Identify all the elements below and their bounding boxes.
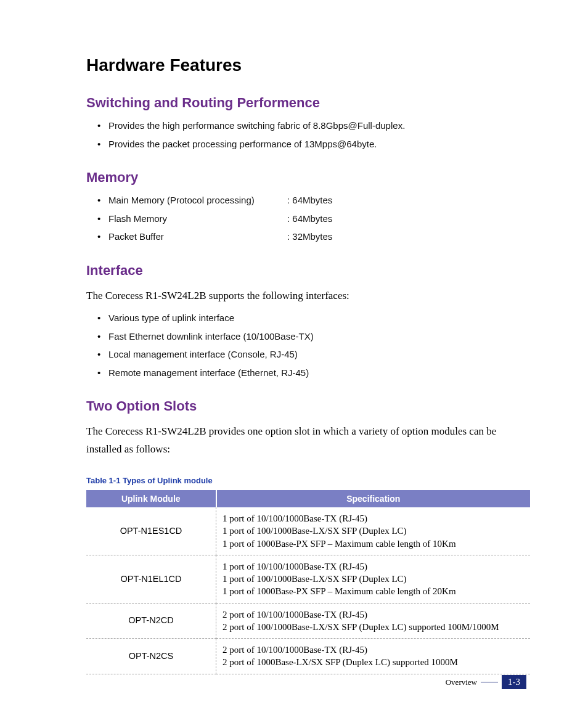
section-slots-heading: Two Option Slots <box>86 398 526 414</box>
mem-value: : 64Mbytes <box>287 213 332 225</box>
memory-list: Main Memory (Protocol processing): 64Mby… <box>97 194 526 243</box>
footer: Overview 1-3 <box>446 675 526 689</box>
mem-label: Main Memory (Protocol processing) <box>108 194 287 207</box>
list-item: Packet Buffer: 32Mbytes <box>97 231 526 243</box>
list-item: Flash Memory: 64Mbytes <box>97 213 526 225</box>
mem-label: Packet Buffer <box>108 231 287 243</box>
page: Hardware Features Switching and Routing … <box>0 0 588 720</box>
slots-intro: The Corecess R1-SW24L2B provides one opt… <box>86 423 526 459</box>
cell-spec: 2 port of 10/100/1000Base-TX (RJ-45)2 po… <box>216 603 531 639</box>
table-header-row: Uplink Module Specification <box>86 490 530 507</box>
uplink-table: Uplink Module Specification OPT-N1ES1CD … <box>86 490 530 674</box>
mem-label: Flash Memory <box>108 213 287 225</box>
list-item: Remote management interface (Ethernet, R… <box>97 367 526 379</box>
cell-spec: 1 port of 10/100/1000Base-TX (RJ-45)1 po… <box>216 507 531 555</box>
col-specification: Specification <box>216 490 531 507</box>
interface-intro: The Corecess R1-SW24L2B supports the fol… <box>86 287 526 305</box>
cell-module: OPT-N2CS <box>86 639 216 674</box>
interface-list: Various type of uplink interface Fast Et… <box>97 312 526 378</box>
list-item: Fast Ethernet downlink interface (10/100… <box>97 330 526 343</box>
cell-spec: 2 port of 10/100/1000Base-TX (RJ-45)2 po… <box>216 639 531 674</box>
col-uplink-module: Uplink Module <box>86 490 216 507</box>
mem-value: : 32Mbytes <box>287 231 332 243</box>
list-item: Provides the packet processing performan… <box>97 138 526 150</box>
cell-module: OPT-N2CD <box>86 603 216 639</box>
cell-module: OPT-N1EL1CD <box>86 555 216 603</box>
table-row: OPT-N1EL1CD 1 port of 10/100/1000Base-TX… <box>86 555 530 603</box>
footer-label: Overview <box>446 677 477 687</box>
cell-module: OPT-N1ES1CD <box>86 507 216 555</box>
table-row: OPT-N2CD 2 port of 10/100/1000Base-TX (R… <box>86 603 530 639</box>
switching-list: Provides the high performance switching … <box>97 120 526 150</box>
table-caption: Table 1-1 Types of Uplink module <box>86 476 526 485</box>
footer-page: 1-3 <box>502 675 526 689</box>
list-item: Main Memory (Protocol processing): 64Mby… <box>97 194 526 207</box>
page-title: Hardware Features <box>86 55 526 75</box>
section-memory-heading: Memory <box>86 170 526 186</box>
cell-spec: 1 port of 10/100/1000Base-TX (RJ-45)1 po… <box>216 555 531 603</box>
list-item: Provides the high performance switching … <box>97 120 526 132</box>
table-row: OPT-N2CS 2 port of 10/100/1000Base-TX (R… <box>86 639 530 674</box>
footer-line <box>481 682 498 682</box>
list-item: Local management interface (Console, RJ-… <box>97 348 526 361</box>
table-row: OPT-N1ES1CD 1 port of 10/100/1000Base-TX… <box>86 507 530 555</box>
list-item: Various type of uplink interface <box>97 312 526 324</box>
mem-value: : 64Mbytes <box>287 194 332 207</box>
section-switching-heading: Switching and Routing Performence <box>86 95 526 111</box>
section-interface-heading: Interface <box>86 263 526 279</box>
